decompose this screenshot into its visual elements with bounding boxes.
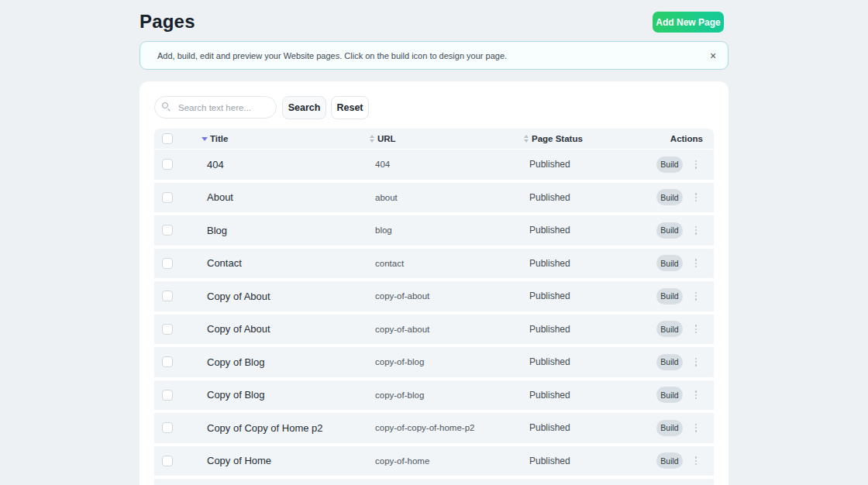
page-title-cell: Copy of Copy of Home p2 — [191, 422, 366, 434]
build-button[interactable]: Build — [656, 288, 683, 304]
page-url-cell: copy-of-about — [366, 291, 520, 301]
row-checkbox[interactable] — [162, 456, 173, 466]
vertical-dots-menu-icon[interactable] — [692, 291, 700, 301]
page-url-cell: 404 — [366, 160, 520, 169]
row-checkbox[interactable] — [162, 258, 173, 269]
search-box — [154, 96, 277, 119]
column-header-url[interactable]: URL — [366, 134, 520, 143]
table-row: Copy of About copy-of-about Published Bu… — [154, 315, 714, 345]
vertical-dots-menu-icon[interactable] — [692, 192, 700, 203]
build-button[interactable]: Build — [656, 321, 683, 337]
column-header-actions: Actions — [652, 134, 714, 143]
vertical-dots-menu-icon[interactable] — [692, 390, 700, 401]
table-row: Contact contact Published Build — [154, 249, 714, 279]
build-button[interactable]: Build — [656, 387, 683, 403]
table-body: 404 404 Published Build About about Publ… — [154, 150, 714, 476]
page-title-cell: About — [191, 191, 366, 203]
pages-card: Search Reset Title URL Page Status Actio… — [140, 81, 728, 485]
table-row: Copy of About copy-of-about Published Bu… — [154, 281, 714, 311]
pages-table: Title URL Page Status Actions 404 404 Pu… — [154, 129, 714, 485]
table-header: Title URL Page Status Actions — [154, 129, 714, 149]
vertical-dots-menu-icon[interactable] — [692, 225, 700, 236]
search-input[interactable] — [154, 96, 277, 119]
table-row: Copy of Copy of Home p2 copy-of-copy-of-… — [154, 413, 714, 443]
page-status-cell: Published — [520, 356, 652, 367]
page-url-cell: contact — [366, 259, 520, 268]
page-url-cell: copy-of-blog — [366, 357, 520, 366]
sort-both-icon — [524, 135, 529, 143]
page-title-cell: Copy of Blog — [191, 389, 366, 401]
build-button[interactable]: Build — [656, 255, 683, 271]
table-row: 404 404 Published Build — [154, 150, 714, 180]
page-status-cell: Published — [520, 192, 652, 203]
page-url-cell: copy-of-copy-of-home-p2 — [366, 423, 520, 432]
build-button[interactable]: Build — [656, 354, 683, 370]
build-button[interactable]: Build — [656, 222, 683, 239]
magnifier-icon — [162, 102, 171, 112]
page-status-cell: Published — [520, 456, 652, 466]
column-header-actions-label: Actions — [670, 134, 703, 143]
page-title-cell: Copy of Blog — [191, 356, 366, 368]
page-url-cell: copy-of-home — [366, 456, 520, 466]
vertical-dots-menu-icon[interactable] — [692, 422, 700, 433]
reset-button[interactable]: Reset — [331, 96, 369, 119]
row-checkbox[interactable] — [162, 159, 173, 170]
sort-descending-icon — [202, 137, 208, 141]
page-title: Pages — [140, 11, 195, 33]
page-title-cell: Copy of Home — [191, 455, 366, 466]
page-status-cell: Published — [520, 159, 652, 170]
page-url-cell: copy-of-about — [366, 325, 520, 334]
page-status-cell: Published — [520, 225, 652, 236]
row-checkbox[interactable] — [162, 356, 173, 367]
page-url-cell: blog — [366, 225, 520, 235]
page-status-cell: Published — [520, 390, 652, 401]
build-button[interactable]: Build — [656, 452, 683, 469]
vertical-dots-menu-icon[interactable] — [692, 159, 700, 170]
page-url-cell: copy-of-blog — [366, 390, 520, 400]
vertical-dots-menu-icon[interactable] — [692, 456, 700, 466]
column-header-page-status[interactable]: Page Status — [520, 134, 652, 143]
build-button[interactable]: Build — [656, 157, 683, 173]
row-checkbox[interactable] — [162, 192, 173, 203]
page-status-cell: Published — [520, 291, 652, 301]
page-title-cell: Copy of About — [191, 291, 366, 302]
table-row: Blog blog Published Build — [154, 215, 714, 246]
vertical-dots-menu-icon[interactable] — [692, 324, 700, 335]
sort-both-icon — [370, 135, 374, 143]
vertical-dots-menu-icon[interactable] — [692, 356, 700, 367]
page-url-cell: about — [366, 193, 520, 202]
add-new-page-button[interactable]: Add New Page — [653, 12, 724, 33]
column-header-title-label: Title — [210, 134, 228, 143]
row-checkbox[interactable] — [162, 225, 173, 236]
row-checkbox[interactable] — [162, 390, 173, 401]
column-header-title[interactable]: Title — [191, 134, 366, 143]
close-icon[interactable]: × — [706, 49, 720, 63]
page-title-cell: Copy of About — [191, 323, 366, 335]
page-title-cell: Contact — [191, 257, 366, 269]
row-checkbox[interactable] — [162, 324, 173, 335]
info-banner: Add, build, edit and preview your Websit… — [140, 41, 728, 70]
build-button[interactable]: Build — [656, 189, 683, 205]
build-button[interactable]: Build — [656, 420, 683, 436]
info-banner-message: Add, build, edit and preview your Websit… — [140, 51, 507, 60]
row-checkbox[interactable] — [162, 291, 173, 301]
search-button[interactable]: Search — [282, 96, 326, 119]
column-header-page-status-label: Page Status — [532, 134, 583, 143]
table-row: About about Published Build — [154, 183, 714, 213]
page-title-cell: 404 — [191, 159, 366, 170]
select-all-checkbox[interactable] — [162, 133, 173, 144]
page-title-cell: Blog — [191, 225, 366, 236]
table-row: Copy of Blog copy-of-blog Published Buil… — [154, 347, 714, 377]
table-row: Copy of Home copy-of-home Published Buil… — [154, 446, 714, 476]
page-status-cell: Published — [520, 324, 652, 335]
table-row: Copy of Blog copy-of-blog Published Buil… — [154, 380, 714, 411]
search-toolbar: Search Reset — [154, 96, 369, 119]
page-status-cell: Published — [520, 422, 652, 433]
vertical-dots-menu-icon[interactable] — [692, 258, 700, 269]
table-row-partial — [154, 479, 714, 485]
row-checkbox[interactable] — [162, 422, 173, 433]
column-header-url-label: URL — [377, 134, 396, 143]
page-status-cell: Published — [520, 258, 652, 269]
